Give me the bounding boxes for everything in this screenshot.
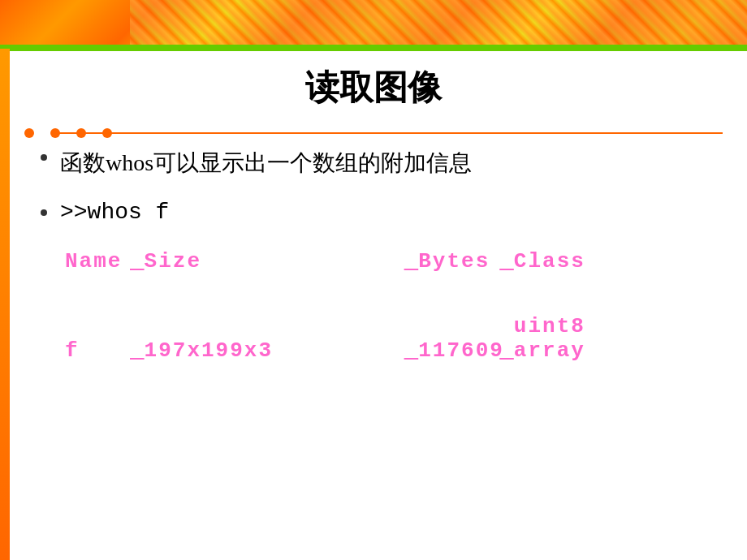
output-data-row: f 197x199x3 117609 uint8 array (65, 314, 723, 363)
data-class-val: uint8 array (514, 314, 579, 363)
data-name-val: f (65, 338, 130, 363)
command-text: >>whos f (60, 200, 169, 225)
banner-inner (0, 0, 747, 49)
banner-pattern (130, 0, 747, 49)
bullet-dot-2 (41, 209, 47, 216)
bullet-item-2: >>whos f (41, 200, 723, 225)
dot-1 (24, 128, 34, 138)
dot-2 (50, 128, 60, 138)
output-table: Name Size Bytes Class f 197x199x3 117609… (65, 249, 723, 363)
data-bytes-val: 117609 (418, 338, 499, 363)
header-bytes: Bytes (418, 249, 499, 274)
green-stripe (0, 45, 747, 51)
output-header-row: Name Size Bytes Class (65, 249, 723, 274)
slide-title: 读取图像 (0, 65, 747, 110)
data-size-val: 197x199x3 (145, 338, 404, 363)
left-bar (0, 49, 10, 560)
content-area: 函数whos可以显示出一个数组的附加信息 >>whos f Name Size … (41, 146, 723, 544)
bullet-item-1: 函数whos可以显示出一个数组的附加信息 (41, 146, 723, 180)
header-size: Size (145, 249, 404, 274)
top-banner (0, 0, 747, 49)
bullet-dot-1 (41, 154, 47, 161)
header-class: Class (514, 249, 579, 274)
slide-container: 读取图像 函数whos可以显示出一个数组的附加信息 >>whos f Name … (0, 0, 747, 560)
bullet-text-1: 函数whos可以显示出一个数组的附加信息 (60, 146, 472, 180)
dots-decoration (24, 128, 723, 138)
header-name: Name (65, 249, 130, 274)
dot-3 (76, 128, 86, 138)
dot-4 (102, 128, 112, 138)
